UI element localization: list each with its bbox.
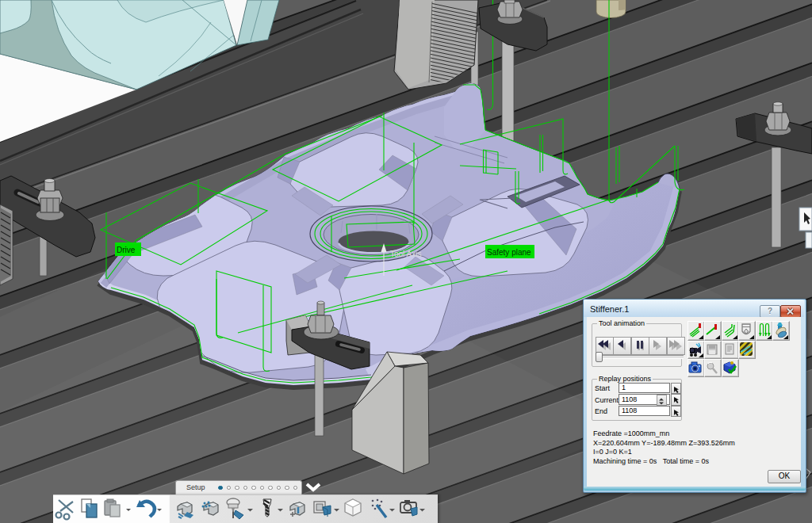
svg-text:Drive: Drive	[117, 246, 136, 254]
svg-text:Safety plane: Safety plane	[487, 248, 531, 257]
svg-text:Tool Axis: Tool Axis	[390, 250, 421, 258]
